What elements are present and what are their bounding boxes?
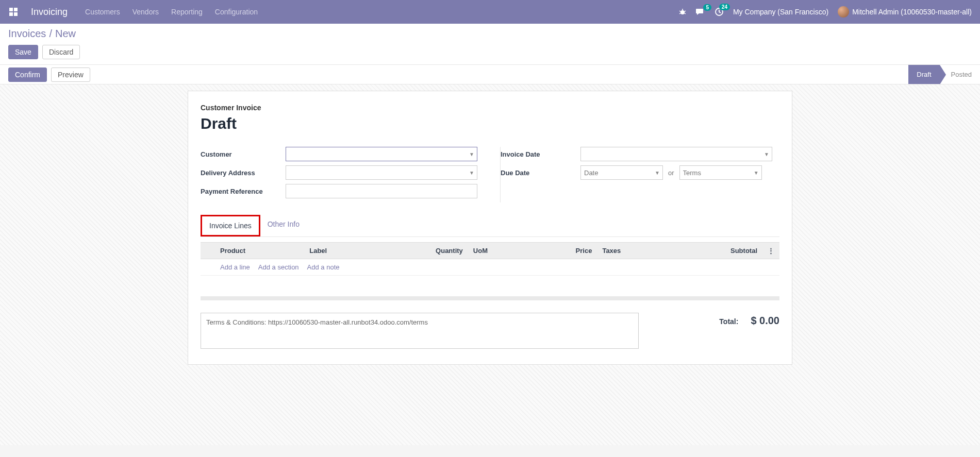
add-note-link[interactable]: Add a note xyxy=(307,263,340,271)
activities-icon[interactable]: 24 xyxy=(715,7,724,16)
col-price[interactable]: Price xyxy=(530,243,597,259)
svg-line-8 xyxy=(679,13,681,14)
save-button[interactable]: Save xyxy=(8,45,38,59)
svg-rect-3 xyxy=(14,12,18,16)
breadcrumb: Invoices / New xyxy=(8,28,972,40)
tab-other-info[interactable]: Other Info xyxy=(260,215,307,236)
status-draft[interactable]: Draft xyxy=(908,65,939,84)
due-date-field[interactable] xyxy=(580,165,663,180)
notebook-tabs: Invoice Lines Other Info xyxy=(201,215,779,237)
add-line-link[interactable]: Add a line xyxy=(220,263,250,271)
company-selector[interactable]: My Company (San Francisco) xyxy=(733,8,828,16)
status-steps: Draft Posted xyxy=(908,65,980,84)
payment-reference-label: Payment Reference xyxy=(201,188,286,195)
svg-line-7 xyxy=(684,11,686,12)
svg-rect-0 xyxy=(9,8,13,11)
statusbar-buttons: Confirm Preview xyxy=(8,67,90,82)
col-label[interactable]: Label xyxy=(304,243,374,259)
svg-line-6 xyxy=(679,11,681,12)
table-resize-handle[interactable] xyxy=(201,296,779,300)
status-bar: Confirm Preview Draft Posted xyxy=(0,65,980,84)
payment-reference-field[interactable] xyxy=(286,184,477,198)
breadcrumb-separator: / xyxy=(49,28,52,40)
form-sheet: Customer Invoice Draft Customer ▼ Delive… xyxy=(188,91,792,365)
record-buttons: Save Discard xyxy=(8,45,972,59)
status-posted[interactable]: Posted xyxy=(940,65,980,84)
discard-button[interactable]: Discard xyxy=(42,45,80,59)
svg-line-9 xyxy=(684,13,686,14)
menu-customers[interactable]: Customers xyxy=(85,8,120,16)
breadcrumb-root[interactable]: Invoices xyxy=(8,28,46,40)
breadcrumb-current: New xyxy=(55,28,76,40)
menu-configuration[interactable]: Configuration xyxy=(215,8,258,16)
debug-icon[interactable] xyxy=(678,8,687,16)
field-group-left: Customer ▼ Delivery Address ▼ Payment Re… xyxy=(201,147,479,202)
activities-badge: 24 xyxy=(719,4,730,10)
invoice-lines-table: Product Label Quantity UoM Price Taxes S… xyxy=(201,242,779,276)
delivery-address-field[interactable] xyxy=(286,165,477,180)
preview-button[interactable]: Preview xyxy=(51,67,90,82)
col-uom[interactable]: UoM xyxy=(468,243,530,259)
sheet-footer: Terms & Conditions: https://10060530-mas… xyxy=(201,313,779,349)
confirm-button[interactable]: Confirm xyxy=(8,67,47,82)
add-section-link[interactable]: Add a section xyxy=(258,263,299,271)
delivery-address-label: Delivery Address xyxy=(201,169,286,177)
svg-rect-1 xyxy=(14,8,18,11)
page-title: Draft xyxy=(201,115,779,132)
table-add-row: Add a line Add a section Add a note xyxy=(201,259,779,276)
col-options[interactable]: ⋮ xyxy=(762,243,779,259)
tab-invoice-lines[interactable]: Invoice Lines xyxy=(201,215,260,236)
total-label: Total: xyxy=(719,317,738,326)
col-product[interactable]: Product xyxy=(215,243,304,259)
navbar-left: Invoicing Customers Vendors Reporting Co… xyxy=(8,7,678,18)
field-groups: Customer ▼ Delivery Address ▼ Payment Re… xyxy=(201,147,779,202)
user-menu[interactable]: Mitchell Admin (10060530-master-all) xyxy=(838,6,972,18)
payment-terms-field[interactable] xyxy=(679,165,762,180)
messages-icon[interactable]: 5 xyxy=(696,8,705,16)
control-panel: Invoices / New Save Discard xyxy=(0,24,980,65)
col-taxes[interactable]: Taxes xyxy=(597,243,669,259)
navbar-right: 5 24 My Company (San Francisco) Mitchell… xyxy=(678,6,972,18)
avatar-icon xyxy=(838,6,849,18)
invoice-date-label: Invoice Date xyxy=(501,150,580,158)
menu-vendors[interactable]: Vendors xyxy=(132,8,159,16)
invoice-date-field[interactable] xyxy=(580,147,772,161)
customer-label: Customer xyxy=(201,150,286,158)
field-group-right: Invoice Date ▼ Due Date ▼ or xyxy=(500,147,779,202)
messages-badge: 5 xyxy=(703,4,711,11)
kebab-icon[interactable]: ⋮ xyxy=(768,247,774,255)
col-subtotal[interactable]: Subtotal xyxy=(670,243,762,259)
due-date-or: or xyxy=(668,169,674,177)
user-name: Mitchell Admin (10060530-master-all) xyxy=(852,8,972,16)
svg-rect-2 xyxy=(9,12,13,16)
top-navbar: Invoicing Customers Vendors Reporting Co… xyxy=(0,0,980,24)
apps-icon[interactable] xyxy=(8,7,19,17)
col-quantity[interactable]: Quantity xyxy=(374,243,468,259)
col-handle xyxy=(201,243,215,259)
due-date-label: Due Date xyxy=(501,169,580,177)
total-value: $ 0.00 xyxy=(751,315,779,327)
menu-reporting[interactable]: Reporting xyxy=(171,8,203,16)
move-type-label: Customer Invoice xyxy=(201,104,779,112)
customer-field[interactable] xyxy=(286,147,477,161)
svg-point-4 xyxy=(680,10,685,14)
app-name[interactable]: Invoicing xyxy=(31,7,68,18)
terms-and-conditions[interactable]: Terms & Conditions: https://10060530-mas… xyxy=(201,313,639,349)
totals-block: Total: $ 0.00 xyxy=(676,313,779,327)
form-background: Customer Invoice Draft Customer ▼ Delive… xyxy=(0,84,980,445)
